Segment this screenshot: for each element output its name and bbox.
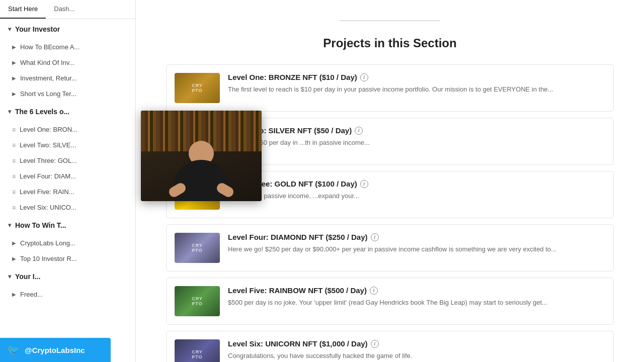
sidebar-item-level-six[interactable]: ≡ Level Six: UNICO... — [4, 200, 135, 215]
sidebar-item-label: How To BEcome A... — [20, 43, 79, 51]
thumbnail-bronze: CRYPTO — [175, 73, 220, 103]
section-items-how-to-win: ▶ CryptoLabs Long... ▶ Top 10 Investor R… — [0, 235, 135, 266]
sidebar-item-what-kind[interactable]: ▶ What Kind Of Inv... — [4, 55, 135, 70]
project-info-silver: Level Two: SILVER NFT ($50 / Day) i ...a… — [228, 126, 605, 148]
project-title-gold: Level Three: GOLD NFT ($100 / Day) i — [228, 179, 605, 188]
project-info-diamond: Level Four: DIAMOND NFT ($250 / Day) i H… — [228, 233, 605, 254]
thumbnail-label: CRYPTO — [192, 296, 203, 306]
thumbnail-diamond: CRYPTO — [175, 233, 220, 263]
section-your-investor[interactable]: ▾ Your Investor — [0, 19, 135, 39]
sidebar-item-level-one[interactable]: ≡ Level One: BRON... — [4, 122, 135, 137]
project-desc-diamond: Here we go! $250 per day or $90,000+ per… — [228, 244, 605, 254]
hand-right — [215, 182, 235, 199]
info-icon[interactable]: i — [360, 73, 368, 81]
project-desc-silver: ...at least $50 per day in ...th in pass… — [228, 138, 605, 148]
lines-icon: ≡ — [12, 158, 16, 164]
play-icon: ▶ — [12, 91, 16, 97]
project-title-diamond: Level Four: DIAMOND NFT ($250 / Day) i — [228, 233, 605, 241]
floating-video — [141, 111, 262, 201]
sidebar-item-label: Level One: BRON... — [20, 126, 77, 133]
lines-icon: ≡ — [12, 142, 16, 148]
lines-icon: ≡ — [12, 127, 16, 133]
top-divider — [340, 20, 440, 21]
sidebar-item-label: Short vs Long Ter... — [20, 90, 76, 98]
section-items-your-i: ▶ Freed... — [0, 287, 135, 302]
sidebar-item-label: Level Three: GOL... — [20, 157, 77, 164]
section-items-your-investor: ▶ How To BEcome A... ▶ What Kind Of Inv.… — [0, 39, 135, 102]
sidebar: Start Here Dash... ▾ Your Investor ▶ How… — [0, 0, 136, 362]
project-card-diamond[interactable]: CRYPTO Level Four: DIAMOND NFT ($250 / D… — [166, 224, 614, 272]
sidebar-item-level-four[interactable]: ≡ Level Four: DIAM... — [4, 168, 135, 184]
project-title-rainbow: Level Five: RAINBOW NFT ($500 / Day) i — [228, 286, 605, 295]
project-info-gold: Level Three: GOLD NFT ($100 / Day) i ...… — [228, 179, 605, 201]
thumbnail-label: CRYPTO — [192, 83, 203, 93]
video-person — [141, 111, 262, 201]
project-card-bronze[interactable]: CRYPTO Level One: BRONZE NFT ($10 / Day)… — [166, 64, 614, 112]
lines-icon: ≡ — [12, 189, 16, 195]
twitter-handle: @CryptoLabsInc — [25, 346, 85, 354]
info-icon[interactable]: i — [355, 127, 363, 135]
project-desc-unicorn: Congratulations, you have successfully h… — [228, 351, 605, 361]
person-body — [174, 160, 229, 201]
project-card-rainbow[interactable]: CRYPTO Level Five: RAINBOW NFT ($500 / D… — [166, 278, 614, 325]
sidebar-tabs: Start Here Dash... — [0, 0, 135, 19]
play-icon: ▶ — [12, 240, 16, 246]
project-info-rainbow: Level Five: RAINBOW NFT ($500 / Day) i $… — [228, 286, 605, 308]
project-desc-rainbow: $500 per day is no joke. Your 'upper lim… — [228, 298, 605, 308]
lines-icon: ≡ — [12, 173, 16, 179]
sidebar-item-cryptolabs-long[interactable]: ▶ CryptoLabs Long... — [4, 235, 135, 251]
section-six-levels[interactable]: ▾ The 6 Levels o... — [0, 102, 135, 122]
play-icon: ▶ — [12, 60, 16, 65]
sidebar-item-label: Level Six: UNICO... — [20, 204, 76, 211]
collapse-icon: ▾ — [8, 273, 11, 280]
twitter-badge[interactable]: 🐦 @CryptoLabsInc — [0, 338, 111, 362]
sidebar-item-how-to-become[interactable]: ▶ How To BEcome A... — [4, 39, 135, 55]
sidebar-item-level-three[interactable]: ≡ Level Three: GOL... — [4, 153, 135, 168]
page-title: Projects in this Section — [166, 36, 614, 50]
info-icon[interactable]: i — [371, 340, 379, 348]
project-desc-bronze: The first level to reach is $10 per day … — [228, 84, 605, 95]
project-desc-gold: ...per day in passive income, ...expand … — [228, 191, 605, 201]
section-your-i-partial[interactable]: ▾ Your I... — [0, 266, 135, 287]
person-silhouette — [166, 141, 236, 201]
section-title-how-to-win: How To Win T... — [15, 221, 66, 229]
tab-start-here[interactable]: Start Here — [0, 0, 46, 19]
info-icon[interactable]: i — [370, 287, 378, 295]
play-icon: ▶ — [12, 292, 16, 297]
sidebar-item-label: Top 10 Investor R... — [20, 255, 77, 262]
sidebar-item-label: Level Four: DIAM... — [20, 172, 76, 180]
sidebar-item-label: What Kind Of Inv... — [20, 59, 74, 66]
twitter-bird-icon: 🐦 — [7, 344, 20, 356]
collapse-icon: ▾ — [8, 222, 11, 229]
hand-left — [167, 182, 187, 199]
sidebar-item-label: Investment, Retur... — [20, 74, 77, 82]
project-info-unicorn: Level Six: UNICORN NFT ($1,000 / Day) i … — [228, 339, 605, 361]
thumbnail-rainbow: CRYPTO — [175, 286, 220, 316]
sidebar-item-investment[interactable]: ▶ Investment, Retur... — [4, 70, 135, 86]
section-how-to-win[interactable]: ▾ How To Win T... — [0, 215, 135, 235]
section-items-six-levels: ≡ Level One: BRON... ≡ Level Two: SILVE.… — [0, 122, 135, 215]
project-title-unicorn: Level Six: UNICORN NFT ($1,000 / Day) i — [228, 339, 605, 348]
lines-icon: ≡ — [12, 205, 16, 211]
sidebar-item-level-five[interactable]: ≡ Level Five: RAIN... — [4, 184, 135, 200]
play-icon: ▶ — [12, 256, 16, 261]
sidebar-item-label: Freed... — [20, 291, 43, 298]
play-icon: ▶ — [12, 44, 16, 50]
sidebar-item-label: Level Two: SILVE... — [20, 141, 76, 149]
sidebar-item-short-vs-long[interactable]: ▶ Short vs Long Ter... — [4, 86, 135, 102]
section-title-your-investor: Your Investor — [15, 25, 60, 33]
sidebar-item-label: CryptoLabs Long... — [20, 239, 75, 247]
info-icon[interactable]: i — [371, 233, 379, 241]
sidebar-item-level-two[interactable]: ≡ Level Two: SILVE... — [4, 137, 135, 153]
project-card-unicorn[interactable]: CRYPTO Level Six: UNICORN NFT ($1,000 / … — [166, 331, 614, 362]
tab-dash[interactable]: Dash... — [46, 0, 83, 19]
sidebar-item-freed[interactable]: ▶ Freed... — [4, 287, 135, 302]
collapse-icon: ▾ — [8, 108, 11, 115]
section-title-your-i: Your I... — [15, 273, 40, 281]
project-info-bronze: Level One: BRONZE NFT ($10 / Day) i The … — [228, 73, 605, 95]
sidebar-item-top10[interactable]: ▶ Top 10 Investor R... — [4, 251, 135, 266]
section-title-six-levels: The 6 Levels o... — [15, 108, 69, 116]
sidebar-item-label: Level Five: RAIN... — [20, 188, 74, 196]
play-icon: ▶ — [12, 75, 16, 81]
info-icon[interactable]: i — [360, 180, 368, 188]
